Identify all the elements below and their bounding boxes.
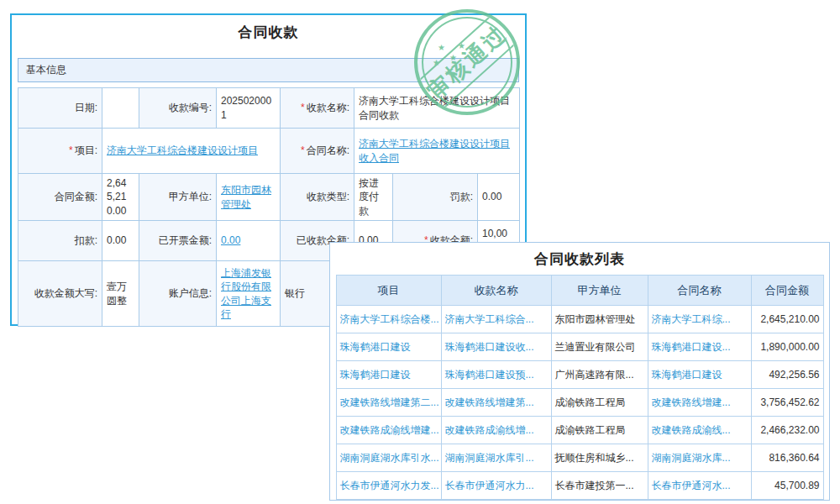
table-row: 珠海鹤港口建设 珠海鹤港口建设收... 兰迪置业有限公司 珠海鹤港口建设... … xyxy=(336,333,823,361)
table-row: 珠海鹤港口建设 珠海鹤港口建设预... 广州高速路有限... 珠海鹤港口建设 4… xyxy=(336,361,823,389)
receipt-name-cell[interactable]: 珠海鹤港口建设收... xyxy=(441,333,551,361)
contract-name-field: 济南大学工科综合楼建设设计项目收入合同 xyxy=(354,129,520,174)
amount-cell: 2,466,232.00 xyxy=(751,417,823,444)
receipt-list-table: 项目 收款名称 甲方单位 合同名称 合同金额 济南大学工科综合楼... 济南大学… xyxy=(336,275,824,500)
receipt-name-cell[interactable]: 改建铁路成渝线增... xyxy=(441,417,551,444)
receipt-type-field[interactable]: 按进度付款 xyxy=(354,174,393,221)
fine-label: 罚款: xyxy=(393,174,478,221)
deduction-field[interactable]: 0.00 xyxy=(102,221,139,261)
invoiced-amount-link[interactable]: 0.00 xyxy=(221,234,240,246)
contract-name-label: *合同名称: xyxy=(281,129,354,174)
project-label: *项目: xyxy=(18,129,102,174)
receipt-name-field[interactable]: 济南大学工科综合楼建设设计项目合同收款 xyxy=(354,88,520,129)
amount-cell: 816,360.64 xyxy=(751,444,823,472)
contract-name-link[interactable]: 济南大学工科综合楼建设设计项目收入合同 xyxy=(359,138,510,163)
contract-amount-field: 2,645,210.00 xyxy=(102,174,139,221)
amount-cell: 45,700.89 xyxy=(751,472,823,500)
party-cell: 成渝铁路工程局 xyxy=(551,389,648,417)
project-cell[interactable]: 珠海鹤港口建设 xyxy=(336,333,441,361)
account-info-field: 上海浦发银行股份有限公司上海支行 xyxy=(217,261,281,327)
form-row-1: 日期: 收款编号: 2025020001 *收款名称: 济南大学工科综合楼建设设… xyxy=(18,88,520,129)
party-a-link[interactable]: 东阳市园林管理处 xyxy=(221,184,271,209)
form-row-3: 合同金额: 2,645,210.00 甲方单位: 东阳市园林管理处 收款类型: … xyxy=(18,174,520,221)
project-cell[interactable]: 改建铁路成渝线增建... xyxy=(336,417,441,444)
receipt-name-cell[interactable]: 改建铁路线增建第... xyxy=(441,389,551,417)
receipt-name-cell[interactable]: 湖南洞庭湖水库引... xyxy=(441,444,551,472)
date-label: 日期: xyxy=(18,88,102,129)
amount-in-words-label: 收款金额大写: xyxy=(18,261,102,327)
amount-cell: 492,256.56 xyxy=(751,361,823,389)
receipt-list-panel: 合同收款列表 项目 收款名称 甲方单位 合同名称 合同金额 济南大学工科综合楼.… xyxy=(329,242,830,501)
amount-cell: 3,756,452.62 xyxy=(751,389,823,417)
amount-cell: 1,890,000.00 xyxy=(751,333,823,361)
contract-amount-label: 合同金额: xyxy=(18,174,102,221)
party-cell: 广州高速路有限... xyxy=(551,361,648,389)
list-title: 合同收款列表 xyxy=(330,249,829,269)
receipt-name-cell[interactable]: 济南大学工科综合... xyxy=(441,306,551,333)
col-header-party[interactable]: 甲方单位 xyxy=(551,276,648,306)
contract-cell[interactable]: 长春市伊通河水... xyxy=(648,472,751,500)
contract-cell[interactable]: 改建铁路成渝线... xyxy=(648,417,751,444)
list-header-row: 项目 收款名称 甲方单位 合同名称 合同金额 xyxy=(336,276,823,306)
receipt-name-cell[interactable]: 长春市伊通河水力... xyxy=(441,472,551,500)
project-field: 济南大学工科综合楼建设设计项目 xyxy=(102,129,281,174)
party-cell: 成渝铁路工程局 xyxy=(551,417,648,444)
contract-cell[interactable]: 珠海鹤港口建设 xyxy=(648,361,751,389)
project-cell[interactable]: 珠海鹤港口建设 xyxy=(336,361,441,389)
table-row: 济南大学工科综合楼... 济南大学工科综合... 东阳市园林管理处 济南大学工科… xyxy=(336,306,823,333)
table-row: 改建铁路成渝线增建... 改建铁路成渝线增... 成渝铁路工程局 改建铁路成渝线… xyxy=(336,417,823,444)
col-header-amount[interactable]: 合同金额 xyxy=(751,276,823,306)
table-row: 改建铁路线增建第二... 改建铁路线增建第... 成渝铁路工程局 改建铁路线增建… xyxy=(336,389,823,417)
amount-in-words-field: 壹万圆整 xyxy=(102,261,139,327)
receipt-type-label: 收款类型: xyxy=(281,174,354,221)
contract-cell[interactable]: 湖南洞庭湖水库... xyxy=(648,444,751,472)
amount-cell: 2,645,210.00 xyxy=(751,306,823,333)
party-cell: 长春市建投第一... xyxy=(551,472,648,500)
contract-cell[interactable]: 改建铁路线增建... xyxy=(648,389,751,417)
required-asterisk: * xyxy=(301,102,305,113)
party-cell: 东阳市园林管理处 xyxy=(551,306,648,333)
invoiced-amount-field: 0.00 xyxy=(217,221,281,261)
form-title: 合同收款 xyxy=(12,23,525,42)
account-info-link[interactable]: 上海浦发银行股份有限公司上海支行 xyxy=(221,267,271,320)
receipt-name-cell[interactable]: 珠海鹤港口建设预... xyxy=(441,361,551,389)
account-info-label: 账户信息: xyxy=(139,261,217,327)
project-cell[interactable]: 改建铁路线增建第二... xyxy=(336,389,441,417)
col-header-project[interactable]: 项目 xyxy=(336,276,441,306)
project-link[interactable]: 济南大学工科综合楼建设设计项目 xyxy=(107,144,258,156)
project-cell[interactable]: 湖南洞庭湖水库引水... xyxy=(336,444,441,472)
party-a-label: 甲方单位: xyxy=(139,174,217,221)
form-row-2: *项目: 济南大学工科综合楼建设设计项目 *合同名称: 济南大学工科综合楼建设设… xyxy=(18,129,520,174)
section-header-basic-info: 基本信息 xyxy=(18,58,519,82)
invoiced-amount-label: 已开票金额: xyxy=(139,221,217,261)
party-a-field: 东阳市园林管理处 xyxy=(217,174,281,221)
col-header-receipt-name[interactable]: 收款名称 xyxy=(441,276,551,306)
party-cell: 抚顺住房和城乡... xyxy=(551,444,648,472)
table-row: 湖南洞庭湖水库引水... 湖南洞庭湖水库引... 抚顺住房和城乡... 湖南洞庭… xyxy=(336,444,823,472)
required-asterisk: * xyxy=(301,144,305,156)
col-header-contract[interactable]: 合同名称 xyxy=(648,276,751,306)
deduction-label: 扣款: xyxy=(18,221,102,261)
receipt-name-label: *收款名称: xyxy=(281,88,354,129)
project-cell[interactable]: 长春市伊通河水力发... xyxy=(336,472,441,500)
required-asterisk: * xyxy=(69,144,73,156)
contract-cell[interactable]: 济南大学工科综... xyxy=(648,306,751,333)
fine-field[interactable]: 0.00 xyxy=(478,174,520,221)
table-row: 长春市伊通河水力发... 长春市伊通河水力... 长春市建投第一... 长春市伊… xyxy=(336,472,823,500)
receipt-no-label: 收款编号: xyxy=(139,88,217,129)
party-cell: 兰迪置业有限公司 xyxy=(551,333,648,361)
project-cell[interactable]: 济南大学工科综合楼... xyxy=(336,306,441,333)
contract-cell[interactable]: 珠海鹤港口建设... xyxy=(648,333,751,361)
receipt-no-field: 2025020001 xyxy=(217,88,281,129)
date-field[interactable] xyxy=(102,88,139,129)
